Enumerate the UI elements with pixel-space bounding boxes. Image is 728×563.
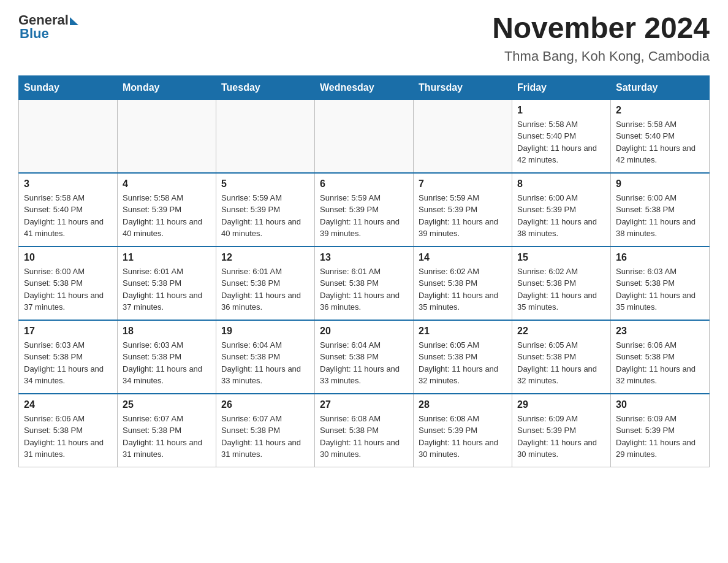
sun-info: Sunrise: 6:04 AMSunset: 5:38 PMDaylight:… [221, 339, 309, 387]
sun-info: Sunrise: 6:06 AMSunset: 5:38 PMDaylight:… [24, 413, 112, 461]
calendar-cell: 19Sunrise: 6:04 AMSunset: 5:38 PMDayligh… [216, 320, 315, 394]
day-number: 25 [123, 399, 211, 410]
sun-info: Sunrise: 5:59 AMSunset: 5:39 PMDaylight:… [419, 192, 507, 240]
day-number: 29 [517, 399, 605, 410]
calendar-week-row: 17Sunrise: 6:03 AMSunset: 5:38 PMDayligh… [19, 320, 710, 394]
day-number: 3 [24, 178, 112, 190]
calendar-cell: 11Sunrise: 6:01 AMSunset: 5:38 PMDayligh… [118, 247, 216, 320]
calendar-day-header: Thursday [414, 75, 512, 99]
day-number: 12 [221, 252, 309, 263]
location-subtitle: Thma Bang, Koh Kong, Cambodia [492, 48, 710, 64]
calendar-cell: 2Sunrise: 5:58 AMSunset: 5:40 PMDaylight… [611, 99, 710, 173]
sun-info: Sunrise: 5:59 AMSunset: 5:39 PMDaylight:… [320, 192, 408, 240]
sun-info: Sunrise: 6:08 AMSunset: 5:38 PMDaylight:… [320, 413, 408, 461]
sun-info: Sunrise: 6:00 AMSunset: 5:38 PMDaylight:… [24, 266, 112, 313]
calendar-cell: 9Sunrise: 6:00 AMSunset: 5:38 PMDaylight… [611, 173, 710, 247]
day-number: 15 [517, 252, 605, 263]
title-area: November 2024 Thma Bang, Koh Kong, Cambo… [492, 12, 710, 64]
sun-info: Sunrise: 6:00 AMSunset: 5:39 PMDaylight:… [517, 192, 605, 240]
day-number: 22 [517, 326, 605, 337]
calendar-cell [19, 99, 118, 173]
day-number: 5 [221, 178, 309, 190]
calendar-cell: 22Sunrise: 6:05 AMSunset: 5:38 PMDayligh… [512, 320, 611, 394]
sun-info: Sunrise: 6:02 AMSunset: 5:38 PMDaylight:… [419, 266, 507, 313]
calendar-cell: 15Sunrise: 6:02 AMSunset: 5:38 PMDayligh… [512, 247, 611, 320]
logo-blue-text: Blue [20, 26, 49, 42]
sun-info: Sunrise: 6:00 AMSunset: 5:38 PMDaylight:… [616, 192, 704, 240]
calendar-cell: 12Sunrise: 6:01 AMSunset: 5:38 PMDayligh… [216, 247, 315, 320]
calendar-cell [216, 99, 315, 173]
page-title: November 2024 [492, 12, 710, 45]
calendar-cell: 25Sunrise: 6:07 AMSunset: 5:38 PMDayligh… [118, 394, 216, 467]
calendar-cell: 7Sunrise: 5:59 AMSunset: 5:39 PMDaylight… [414, 173, 512, 247]
calendar-cell: 24Sunrise: 6:06 AMSunset: 5:38 PMDayligh… [19, 394, 118, 467]
calendar-cell: 21Sunrise: 6:05 AMSunset: 5:38 PMDayligh… [414, 320, 512, 394]
sun-info: Sunrise: 5:58 AMSunset: 5:40 PMDaylight:… [24, 192, 112, 240]
sun-info: Sunrise: 6:09 AMSunset: 5:39 PMDaylight:… [517, 413, 605, 461]
calendar-day-header: Tuesday [216, 75, 315, 99]
calendar-day-header: Saturday [611, 75, 710, 99]
sun-info: Sunrise: 6:01 AMSunset: 5:38 PMDaylight:… [123, 266, 211, 313]
day-number: 19 [221, 326, 309, 337]
day-number: 20 [320, 326, 408, 337]
day-number: 2 [616, 105, 704, 116]
day-number: 18 [123, 326, 211, 337]
calendar-header-row: SundayMondayTuesdayWednesdayThursdayFrid… [19, 75, 710, 99]
day-number: 28 [419, 399, 507, 410]
day-number: 30 [616, 399, 704, 410]
calendar-cell: 17Sunrise: 6:03 AMSunset: 5:38 PMDayligh… [19, 320, 118, 394]
day-number: 11 [123, 252, 211, 263]
sun-info: Sunrise: 6:01 AMSunset: 5:38 PMDaylight:… [221, 266, 309, 313]
calendar-cell: 5Sunrise: 5:59 AMSunset: 5:39 PMDaylight… [216, 173, 315, 247]
calendar-week-row: 10Sunrise: 6:00 AMSunset: 5:38 PMDayligh… [19, 247, 710, 320]
sun-info: Sunrise: 6:03 AMSunset: 5:38 PMDaylight:… [616, 266, 704, 313]
sun-info: Sunrise: 6:08 AMSunset: 5:39 PMDaylight:… [419, 413, 507, 461]
day-number: 14 [419, 252, 507, 263]
calendar-cell: 18Sunrise: 6:03 AMSunset: 5:38 PMDayligh… [118, 320, 216, 394]
calendar-cell [414, 99, 512, 173]
calendar-cell: 1Sunrise: 5:58 AMSunset: 5:40 PMDaylight… [512, 99, 611, 173]
calendar-cell: 27Sunrise: 6:08 AMSunset: 5:38 PMDayligh… [315, 394, 414, 467]
sun-info: Sunrise: 5:59 AMSunset: 5:39 PMDaylight:… [221, 192, 309, 240]
calendar-cell: 26Sunrise: 6:07 AMSunset: 5:38 PMDayligh… [216, 394, 315, 467]
calendar-cell: 3Sunrise: 5:58 AMSunset: 5:40 PMDaylight… [19, 173, 118, 247]
header: General Blue November 2024 Thma Bang, Ko… [18, 12, 710, 64]
calendar-table: SundayMondayTuesdayWednesdayThursdayFrid… [18, 75, 710, 467]
calendar-cell: 14Sunrise: 6:02 AMSunset: 5:38 PMDayligh… [414, 247, 512, 320]
day-number: 6 [320, 178, 408, 190]
sun-info: Sunrise: 6:03 AMSunset: 5:38 PMDaylight:… [123, 339, 211, 387]
day-number: 17 [24, 326, 112, 337]
calendar-cell: 20Sunrise: 6:04 AMSunset: 5:38 PMDayligh… [315, 320, 414, 394]
day-number: 4 [123, 178, 211, 190]
day-number: 27 [320, 399, 408, 410]
day-number: 7 [419, 178, 507, 190]
day-number: 8 [517, 178, 605, 190]
sun-info: Sunrise: 6:04 AMSunset: 5:38 PMDaylight:… [320, 339, 408, 387]
day-number: 21 [419, 326, 507, 337]
sun-info: Sunrise: 6:09 AMSunset: 5:39 PMDaylight:… [616, 413, 704, 461]
calendar-week-row: 1Sunrise: 5:58 AMSunset: 5:40 PMDaylight… [19, 99, 710, 173]
calendar-day-header: Monday [118, 75, 216, 99]
calendar-cell [315, 99, 414, 173]
calendar-cell: 29Sunrise: 6:09 AMSunset: 5:39 PMDayligh… [512, 394, 611, 467]
sun-info: Sunrise: 6:06 AMSunset: 5:38 PMDaylight:… [616, 339, 704, 387]
logo-arrow-icon [70, 17, 78, 25]
sun-info: Sunrise: 5:58 AMSunset: 5:39 PMDaylight:… [123, 192, 211, 240]
sun-info: Sunrise: 5:58 AMSunset: 5:40 PMDaylight:… [616, 118, 704, 166]
calendar-cell: 6Sunrise: 5:59 AMSunset: 5:39 PMDaylight… [315, 173, 414, 247]
sun-info: Sunrise: 6:05 AMSunset: 5:38 PMDaylight:… [517, 339, 605, 387]
sun-info: Sunrise: 6:07 AMSunset: 5:38 PMDaylight:… [221, 413, 309, 461]
calendar-cell: 23Sunrise: 6:06 AMSunset: 5:38 PMDayligh… [611, 320, 710, 394]
day-number: 9 [616, 178, 704, 190]
day-number: 16 [616, 252, 704, 263]
day-number: 24 [24, 399, 112, 410]
logo: General Blue [18, 12, 78, 42]
sun-info: Sunrise: 5:58 AMSunset: 5:40 PMDaylight:… [517, 118, 605, 166]
calendar-cell: 8Sunrise: 6:00 AMSunset: 5:39 PMDaylight… [512, 173, 611, 247]
calendar-day-header: Sunday [19, 75, 118, 99]
calendar-cell: 16Sunrise: 6:03 AMSunset: 5:38 PMDayligh… [611, 247, 710, 320]
day-number: 10 [24, 252, 112, 263]
day-number: 23 [616, 326, 704, 337]
sun-info: Sunrise: 6:03 AMSunset: 5:38 PMDaylight:… [24, 339, 112, 387]
calendar-cell: 28Sunrise: 6:08 AMSunset: 5:39 PMDayligh… [414, 394, 512, 467]
